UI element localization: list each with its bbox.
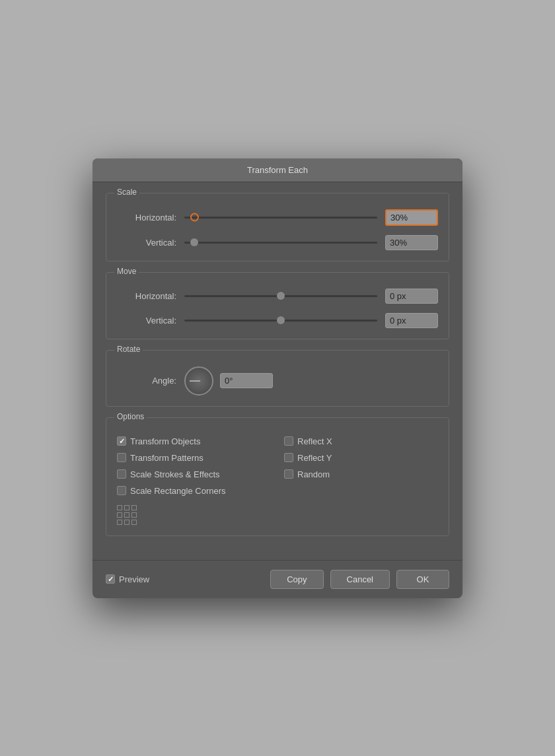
reflect-x-checkbox[interactable] (284, 436, 293, 446)
scale-vertical-label: Vertical: (117, 238, 176, 248)
move-vertical-track (184, 320, 377, 322)
grid-dot-tr[interactable] (131, 505, 137, 510)
reflect-x-row[interactable]: Reflect X (284, 436, 438, 446)
move-vertical-thumb[interactable] (277, 316, 285, 324)
scale-horizontal-thumb[interactable] (190, 213, 199, 222)
random-row[interactable]: Random (284, 469, 438, 479)
transform-patterns-row[interactable]: Transform Patterns (117, 453, 271, 463)
reflect-y-checkbox[interactable] (284, 453, 293, 462)
grid-dot-bc[interactable] (124, 520, 130, 525)
scale-corners-label: Scale Rectangle Corners (130, 486, 226, 496)
angle-input[interactable] (220, 373, 273, 388)
move-horizontal-label: Horizontal: (117, 291, 176, 301)
transform-patterns-label: Transform Patterns (130, 453, 204, 463)
move-horizontal-row: Horizontal: (117, 289, 438, 304)
reflect-y-label: Reflect Y (297, 453, 332, 463)
scale-strokes-label: Scale Strokes & Effects (130, 469, 220, 479)
transform-patterns-checkbox[interactable] (117, 453, 126, 462)
preview-label: Preview (119, 574, 149, 584)
scale-strokes-checkbox[interactable] (117, 469, 126, 479)
transform-origin-icon[interactable] (117, 505, 438, 525)
grid-dot-mc[interactable] (124, 512, 130, 518)
dialog-title: Transform Each (92, 158, 462, 182)
scale-vertical-track (184, 242, 377, 244)
rotate-section: Rotate Angle: (106, 350, 449, 407)
move-horizontal-slider[interactable] (184, 289, 377, 302)
scale-horizontal-label: Horizontal: (117, 213, 176, 223)
bottom-bar: Preview Copy Cancel OK (92, 560, 462, 598)
options-section: Options Transform Objects Transform Patt… (106, 417, 449, 536)
scale-horizontal-track (184, 217, 377, 219)
scale-vertical-input[interactable] (385, 235, 438, 250)
options-left-col: Transform Objects Transform Patterns Sca… (117, 436, 271, 496)
cancel-button[interactable]: Cancel (330, 570, 390, 589)
scale-corners-row[interactable]: Scale Rectangle Corners (117, 486, 271, 496)
options-grid: Transform Objects Transform Patterns Sca… (117, 434, 438, 496)
copy-button[interactable]: Copy (270, 570, 323, 589)
move-horizontal-track (184, 295, 377, 297)
grid-dot-tl[interactable] (117, 505, 122, 510)
scale-horizontal-row: Horizontal: (117, 209, 438, 226)
title-text: Transform Each (247, 165, 308, 175)
grid-dot-br[interactable] (131, 520, 137, 525)
scale-vertical-slider[interactable] (184, 236, 377, 249)
scale-vertical-thumb[interactable] (190, 238, 198, 246)
random-checkbox[interactable] (284, 469, 293, 479)
scale-corners-checkbox[interactable] (117, 486, 126, 495)
nine-point-grid[interactable] (117, 505, 137, 525)
scale-horizontal-input[interactable] (385, 209, 438, 226)
preview-checkbox[interactable] (106, 574, 115, 584)
rotate-row: Angle: (117, 366, 438, 395)
transform-objects-checkbox[interactable] (117, 436, 126, 446)
move-section: Move Horizontal: Vertical: (106, 272, 449, 339)
transform-each-dialog: Transform Each Scale Horizontal: Vertica… (92, 158, 462, 598)
grid-dot-bl[interactable] (117, 520, 122, 525)
move-vertical-row: Vertical: (117, 313, 438, 328)
move-vertical-label: Vertical: (117, 316, 176, 326)
rotate-label: Rotate (114, 345, 143, 354)
scale-horizontal-slider[interactable] (184, 211, 377, 224)
move-horizontal-thumb[interactable] (277, 292, 285, 300)
scale-strokes-row[interactable]: Scale Strokes & Effects (117, 469, 271, 479)
grid-dot-ml[interactable] (117, 512, 122, 518)
move-horizontal-input[interactable] (385, 289, 438, 304)
dialog-body: Scale Horizontal: Vertical: (92, 182, 462, 560)
options-label: Options (114, 412, 147, 421)
move-vertical-slider[interactable] (184, 314, 377, 327)
scale-section: Scale Horizontal: Vertical: (106, 193, 449, 261)
scale-label: Scale (114, 188, 139, 197)
rotate-dial[interactable] (184, 366, 213, 395)
angle-label: Angle: (117, 376, 176, 386)
transform-objects-row[interactable]: Transform Objects (117, 436, 271, 446)
transform-objects-label: Transform Objects (130, 436, 200, 446)
ok-button[interactable]: OK (396, 570, 449, 589)
scale-vertical-row: Vertical: (117, 235, 438, 250)
preview-row[interactable]: Preview (106, 574, 264, 584)
random-label: Random (297, 469, 330, 479)
options-right-col: Reflect X Reflect Y Random (284, 436, 438, 496)
move-vertical-input[interactable] (385, 313, 438, 328)
reflect-x-label: Reflect X (297, 436, 332, 446)
reflect-y-row[interactable]: Reflect Y (284, 453, 438, 463)
move-label: Move (114, 267, 139, 276)
grid-dot-mr[interactable] (131, 512, 137, 518)
grid-dot-tc[interactable] (124, 505, 130, 510)
